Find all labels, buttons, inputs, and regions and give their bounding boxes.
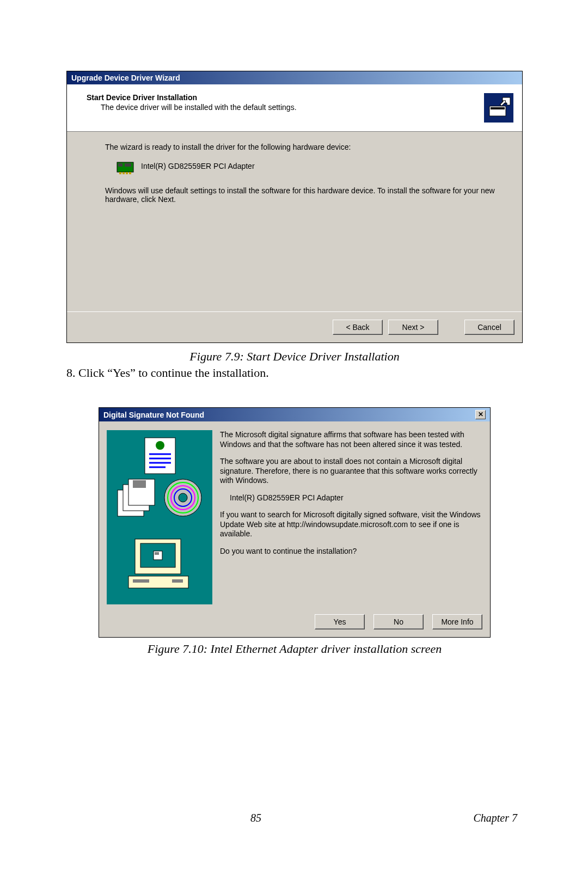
dialog2-titlebar: Digital Signature Not Found ✕ <box>99 408 490 421</box>
no-button[interactable]: No <box>373 614 424 629</box>
wizard-header-subtitle: The device driver will be installed with… <box>87 103 473 112</box>
signature-illustration <box>107 430 212 604</box>
more-info-button[interactable]: More Info <box>432 614 482 629</box>
page-number: 85 <box>250 812 261 824</box>
figure-caption-2: Figure 7.10: Intel Ethernet Adapter driv… <box>66 642 523 656</box>
svg-rect-4 <box>118 163 122 167</box>
dialog-titlebar: Upgrade Device Driver Wizard <box>67 71 522 84</box>
figure-caption-1: Figure 7.9: Start Device Driver Installa… <box>66 350 523 364</box>
cancel-button[interactable]: Cancel <box>464 320 514 335</box>
dialog2-button-bar: Yes No More Info <box>99 610 490 637</box>
device-name: Intel(R) GD82559ER PCI Adapter <box>141 162 255 170</box>
next-button[interactable]: Next > <box>388 320 438 335</box>
chapter-label: Chapter 7 <box>473 812 517 824</box>
svg-point-12 <box>156 441 164 450</box>
signature-para-3: If you want to search for Microsoft digi… <box>220 510 482 539</box>
back-button[interactable]: < Back <box>333 320 383 335</box>
digital-signature-dialog: Digital Signature Not Found ✕ <box>99 407 491 638</box>
step-8-text: 8. Click “Yes” to continue the installat… <box>66 366 523 380</box>
close-icon[interactable]: ✕ <box>475 410 486 419</box>
svg-rect-20 <box>133 480 146 488</box>
upgrade-driver-wizard-dialog: Upgrade Device Driver Wizard Start Devic… <box>66 71 523 343</box>
signature-para-1: The Microsoft digital signature affirms … <box>220 430 482 449</box>
dialog-title: Upgrade Device Driver Wizard <box>71 74 180 82</box>
wizard-header-title: Start Device Driver Installation <box>87 93 473 102</box>
svg-rect-31 <box>133 579 149 583</box>
signature-device-name: Intel(R) GD82559ER PCI Adapter <box>220 493 482 503</box>
svg-rect-8 <box>126 172 128 174</box>
device-row: Intel(R) GD82559ER PCI Adapter <box>116 157 495 175</box>
svg-rect-7 <box>122 172 125 174</box>
yes-button[interactable]: Yes <box>315 614 365 629</box>
page-footer: 85 Chapter 7 <box>0 812 588 824</box>
wizard-ready-text: The wizard is ready to install the drive… <box>105 143 495 151</box>
svg-rect-6 <box>119 172 121 174</box>
network-adapter-icon <box>116 157 134 175</box>
wizard-button-bar: < Back Next > Cancel <box>67 311 522 342</box>
svg-rect-5 <box>125 163 131 167</box>
wizard-instruction-text: Windows will use default settings to ins… <box>105 186 495 204</box>
svg-point-25 <box>179 493 187 502</box>
svg-rect-2 <box>491 107 505 109</box>
svg-rect-9 <box>129 172 131 174</box>
svg-rect-29 <box>155 552 159 555</box>
wizard-header: Start Device Driver Installation The dev… <box>67 84 522 132</box>
wizard-install-icon <box>484 93 513 123</box>
signature-para-4: Do you want to continue the installation… <box>220 547 482 556</box>
svg-rect-32 <box>172 579 183 583</box>
signature-para-2: The software you are about to install do… <box>220 457 482 486</box>
dialog2-title: Digital Signature Not Found <box>103 411 204 419</box>
